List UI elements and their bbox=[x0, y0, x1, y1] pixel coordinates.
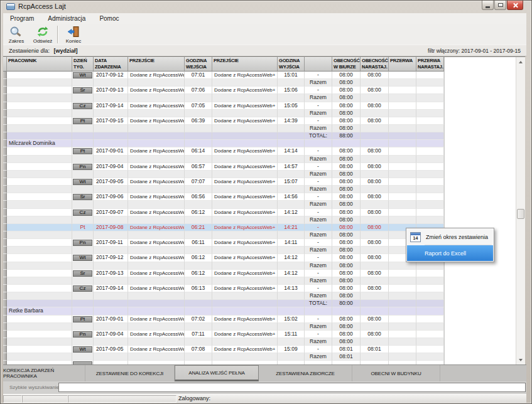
cell-obecnosc-narastaj: 08:00 bbox=[361, 254, 389, 262]
column-header-etykieta[interactable] bbox=[305, 57, 332, 72]
day-row[interactable]: Pn2017-09-04Dodane z RcpAccessWeb+06:57D… bbox=[3, 163, 444, 171]
day-row[interactable]: Śr2017-09-06Dodane z RcpAccessWeb+06:56D… bbox=[3, 193, 444, 201]
cell-obecnosc-w-biurze: 80:00 bbox=[332, 300, 361, 307]
razem-row[interactable]: Razem08:00 bbox=[3, 216, 444, 224]
tab-zestawienia-zbiorcze[interactable]: ZESTAWIENIA ZBIORCZE bbox=[259, 365, 352, 381]
tab-analiza-wejsc-pelna[interactable]: ANALIZA WEJŚĆ PEŁNA bbox=[175, 365, 259, 381]
cell-godzina-wyjscia: 14:12 bbox=[278, 270, 305, 277]
cell-obecnosc-w-biurze: 08:00 bbox=[332, 102, 361, 110]
search-input[interactable] bbox=[58, 383, 526, 392]
cell-godzina-wejscia bbox=[185, 262, 212, 270]
cell-dzien-tyg: Pt bbox=[72, 117, 94, 125]
day-row[interactable]: Śr2017-09-13Dodane z RcpAccessWeb+07:06D… bbox=[3, 87, 444, 94]
column-header-przerwa-narastaj[interactable]: PRZERWA NARASTAJ. bbox=[416, 57, 444, 72]
day-row[interactable]: Wt2017-09-05Dodane z RcpAccessWeb+07:07D… bbox=[3, 178, 444, 186]
tab-zestawienie-do-korekcji[interactable]: ZESTAWIENIE DO KOREKCJI bbox=[85, 365, 175, 381]
column-header-obecnosc-w-biurze[interactable]: OBECNOŚĆ W BIURZE bbox=[332, 57, 361, 72]
column-header-przejscie-wy[interactable]: PRZEJŚCIE bbox=[212, 57, 278, 72]
cell-godzina-wyjscia bbox=[278, 140, 305, 147]
cell-etykieta: Razem bbox=[305, 216, 332, 224]
menu-item-change-period[interactable]: 14 Zmień okres zestawienia bbox=[407, 229, 493, 245]
tab-obecni-w-budynku[interactable]: OBECNI W BUDYNKU bbox=[352, 365, 440, 381]
scroll-up-button[interactable] bbox=[517, 58, 524, 66]
menu-program[interactable]: Program bbox=[3, 15, 41, 22]
cell-data-zdarzenia: 2017-09-01 bbox=[94, 147, 128, 155]
cell-godzina-wejscia bbox=[185, 140, 212, 147]
cell-godzina-wyjscia bbox=[278, 186, 305, 193]
razem-row[interactable]: Razem08:00 bbox=[3, 110, 444, 117]
menu-pomoc[interactable]: Pomoc bbox=[92, 15, 126, 22]
razem-row[interactable]: Razem08:00 bbox=[3, 323, 444, 331]
scroll-down-button[interactable] bbox=[517, 356, 524, 364]
day-row[interactable]: Wt2017-09-12Dodane z RcpAccessWeb+07:01D… bbox=[3, 72, 444, 79]
cell-przejscie-wy: Dodane z RcpAccessWeb+ bbox=[212, 254, 278, 262]
razem-row[interactable]: Razem08:01 bbox=[3, 353, 444, 361]
cell-godzina-wyjscia: 14:57 bbox=[278, 163, 305, 171]
column-header-godzina-wyjscia[interactable]: GODZINA WYJŚCIA bbox=[278, 57, 305, 72]
cell-godzina-wejscia: 07:06 bbox=[185, 87, 212, 94]
menu-item-report-excel[interactable]: Raport do Excell bbox=[407, 245, 493, 261]
day-row[interactable]: Pt2017-09-01Dodane z RcpAccessWeb+06:14D… bbox=[3, 147, 444, 155]
menu-administracja[interactable]: Administracja bbox=[41, 15, 92, 22]
cell-pracownik bbox=[7, 186, 72, 193]
day-row[interactable]: Pn2017-09-11Dodane z RcpAccessWeb+06:11D… bbox=[3, 239, 444, 247]
column-header-dzien-tyg[interactable]: DZIEŃ TYG. bbox=[72, 57, 94, 72]
day-row[interactable]: Wt2017-09-12Dodane z RcpAccessWeb+06:12D… bbox=[3, 254, 444, 262]
column-header-godzina-wejscia[interactable]: GODZINA WEJŚCIA bbox=[185, 57, 212, 72]
razem-row[interactable]: Razem08:00 bbox=[3, 186, 444, 193]
minimize-button[interactable] bbox=[482, 1, 494, 10]
cell-godzina-wyjscia bbox=[278, 79, 305, 87]
day-row[interactable]: Pt2017-09-01Dodane z RcpAccessWeb+07:02D… bbox=[3, 316, 444, 323]
titlebar[interactable]: RcpAccess Lajt bbox=[1, 1, 531, 13]
day-row[interactable]: Pn2017-09-04Dodane z RcpAccessWeb+07:11D… bbox=[3, 331, 444, 338]
cell-obecnosc-narastaj: 08:00 bbox=[361, 117, 389, 125]
scrollbar-thumb[interactable] bbox=[517, 209, 524, 219]
employee-section-row[interactable]: Milczarek Dominika bbox=[3, 140, 444, 147]
razem-row[interactable]: Razem08:00 bbox=[3, 94, 444, 102]
vertical-scrollbar[interactable] bbox=[516, 57, 525, 364]
column-header-pracownik[interactable]: PRACOWNIK bbox=[7, 57, 72, 72]
column-header-przerwa[interactable]: PRZERWA bbox=[389, 57, 416, 72]
razem-row[interactable]: Razem08:00 bbox=[3, 247, 444, 254]
razem-row[interactable]: Razem08:00 bbox=[3, 231, 444, 239]
razem-row[interactable]: Razem08:00 bbox=[3, 171, 444, 178]
cell-dzien-tyg: Wt bbox=[72, 178, 94, 186]
employee-section-row[interactable]: Retke Barbara bbox=[3, 307, 444, 315]
day-badge: Pt bbox=[73, 148, 92, 154]
close-button[interactable] bbox=[507, 1, 523, 10]
day-row[interactable]: Cz2017-09-07Dodane z RcpAccessWeb+06:12D… bbox=[3, 209, 444, 216]
cell-obecnosc-w-biurze: 08:00 bbox=[332, 125, 361, 132]
koniec-button[interactable]: Koniec bbox=[60, 24, 87, 44]
razem-row[interactable]: Razem08:00 bbox=[3, 125, 444, 132]
total-row[interactable]: TOTAL:80:00 bbox=[3, 300, 444, 307]
cell-etykieta: - bbox=[305, 254, 332, 262]
cell-przerwa bbox=[389, 346, 416, 353]
razem-row[interactable]: Razem08:00 bbox=[3, 201, 444, 208]
cell-etykieta: - bbox=[305, 346, 332, 353]
total-row[interactable]: TOTAL:88:00 bbox=[3, 132, 444, 140]
column-header-obecnosc-narastaj[interactable]: OBECNOŚĆ NARASTAJ. bbox=[361, 57, 389, 72]
razem-row[interactable]: Razem08:00 bbox=[3, 338, 444, 346]
cell-obecnosc-w-biurze: 08:00 bbox=[332, 239, 361, 247]
razem-row[interactable]: Razem08:00 bbox=[3, 277, 444, 285]
razem-row[interactable]: Razem08:00 bbox=[3, 156, 444, 163]
zakres-button[interactable]: Zakres bbox=[3, 24, 30, 44]
day-row[interactable]: Cz2017-09-14Dodane z RcpAccessWeb+06:13D… bbox=[3, 285, 444, 292]
razem-row[interactable]: Razem08:00 bbox=[3, 292, 444, 300]
razem-row[interactable]: Razem08:00 bbox=[3, 262, 444, 270]
tab-korekcja-zdarzen[interactable]: KOREKCJA ZDARZEŃ PRACOWNIKA bbox=[3, 365, 85, 381]
cell-godzina-wyjscia: 15:07 bbox=[278, 178, 305, 186]
day-row[interactable]: Wt2017-09-05Dodane z RcpAccessWeb+07:08D… bbox=[3, 346, 444, 353]
day-row[interactable]: Śr2017-09-13Dodane z RcpAccessWeb+06:12D… bbox=[3, 270, 444, 277]
razem-row[interactable]: Razem08:00 bbox=[3, 79, 444, 87]
day-row[interactable]: Pt2017-09-15Dodane z RcpAccessWeb+06:39D… bbox=[3, 117, 444, 125]
odswiez-button[interactable]: Odśwież bbox=[30, 24, 56, 44]
column-header-data-zdarzenia[interactable]: DATA ZDARZENIA bbox=[94, 57, 128, 72]
cell-przejscie-we bbox=[128, 216, 185, 224]
column-header-przejscie-we[interactable]: PRZEJŚCIE bbox=[128, 57, 185, 72]
cell-godzina-wyjscia bbox=[278, 132, 305, 140]
day-row[interactable]: Pt2017-09-08Dodane z RcpAccessWeb+06:21D… bbox=[3, 224, 444, 231]
maximize-button[interactable] bbox=[494, 1, 506, 10]
cell-obecnosc-w-biurze: 08:00 bbox=[332, 224, 361, 231]
day-row[interactable]: Cz2017-09-14Dodane z RcpAccessWeb+07:05D… bbox=[3, 102, 444, 110]
